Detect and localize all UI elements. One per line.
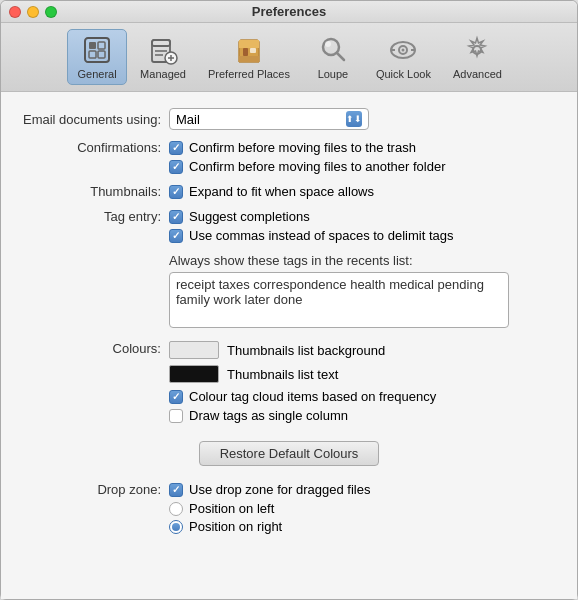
confirm1-item: Confirm before moving files to the trash <box>169 140 446 155</box>
tab-general-label: General <box>78 68 117 80</box>
minimize-button[interactable] <box>27 6 39 18</box>
email-select-value: Mail <box>176 112 346 127</box>
tab-managed[interactable]: Managed <box>131 29 195 85</box>
svg-rect-15 <box>250 48 256 53</box>
email-label: Email documents using: <box>21 112 161 127</box>
colour1-label: Thumbnails list background <box>227 343 385 358</box>
tab-advanced-label: Advanced <box>453 68 502 80</box>
colours-row: Colours: Thumbnails list background Thum… <box>21 341 557 423</box>
svg-point-18 <box>325 41 331 47</box>
content-area: Email documents using: Mail ⬆⬇ Confirmat… <box>1 92 577 599</box>
titlebar: Preferences <box>1 1 577 23</box>
general-icon <box>81 34 113 66</box>
email-select[interactable]: Mail ⬆⬇ <box>169 108 369 130</box>
colour-single-label: Draw tags as single column <box>189 408 348 423</box>
colour2-row: Thumbnails list text <box>169 365 436 383</box>
svg-rect-3 <box>98 42 105 49</box>
dropzone-right-radio[interactable] <box>169 520 183 534</box>
confirm1-label: Confirm before moving files to the trash <box>189 140 416 155</box>
svg-rect-0 <box>85 38 109 62</box>
svg-rect-13 <box>239 40 259 48</box>
traffic-lights <box>9 6 57 18</box>
colour1-row: Thumbnails list background <box>169 341 436 359</box>
dropzone-use-checkbox[interactable] <box>169 483 183 497</box>
tag-entry-label: Tag entry: <box>21 209 161 224</box>
colours-label: Colours: <box>21 341 161 356</box>
tag-entry-group: Suggest completions Use commas instead o… <box>169 209 453 243</box>
dropzone-use-label: Use drop zone for dragged files <box>189 482 370 497</box>
colours-group: Thumbnails list background Thumbnails li… <box>169 341 436 423</box>
tab-quick-look[interactable]: Quick Look <box>367 29 440 85</box>
confirm2-item: Confirm before moving files to another f… <box>169 159 446 174</box>
colour-cloud-checkbox[interactable] <box>169 390 183 404</box>
confirm2-checkbox[interactable] <box>169 160 183 174</box>
colour-cloud-label: Colour tag cloud items based on frequenc… <box>189 389 436 404</box>
tab-managed-label: Managed <box>140 68 186 80</box>
managed-icon <box>147 34 179 66</box>
loupe-icon <box>317 34 349 66</box>
dropzone-left-radio[interactable] <box>169 502 183 516</box>
confirm1-checkbox[interactable] <box>169 141 183 155</box>
dropzone-use-item: Use drop zone for dragged files <box>169 482 370 497</box>
tag-recents-header: Always show these tags in the recents li… <box>169 253 557 268</box>
tab-loupe-label: Loupe <box>318 68 349 80</box>
window-title: Preferences <box>1 4 577 19</box>
colour-single-checkbox[interactable] <box>169 409 183 423</box>
thumbnails-row: Thumbnails: Expand to fit when space all… <box>21 184 557 199</box>
thumbnails-item: Expand to fit when space allows <box>169 184 374 199</box>
tab-quick-look-label: Quick Look <box>376 68 431 80</box>
restore-container: Restore Default Colours <box>21 433 557 474</box>
tags-textarea[interactable]: receipt taxes correspondence health medi… <box>169 272 509 328</box>
confirm2-label: Confirm before moving files to another f… <box>189 159 446 174</box>
tab-advanced[interactable]: Advanced <box>444 29 511 85</box>
restore-btn[interactable]: Restore Default Colours <box>199 441 380 466</box>
dropzone-row: Drop zone: Use drop zone for dragged fil… <box>21 482 557 537</box>
colour-single-item: Draw tags as single column <box>169 408 436 423</box>
tag-entry-row: Tag entry: Suggest completions Use comma… <box>21 209 557 243</box>
colour-cloud-item: Colour tag cloud items based on frequenc… <box>169 389 436 404</box>
confirmations-label: Confirmations: <box>21 140 161 155</box>
tab-general[interactable]: General <box>67 29 127 85</box>
svg-point-21 <box>402 49 405 52</box>
toolbar: General Managed <box>1 23 577 92</box>
colour2-swatch[interactable] <box>169 365 219 383</box>
close-button[interactable] <box>9 6 21 18</box>
svg-rect-12 <box>239 56 259 62</box>
svg-rect-6 <box>152 40 170 46</box>
thumbnails-checkbox[interactable] <box>169 185 183 199</box>
preferences-window: Preferences General <box>0 0 578 600</box>
tag-commas-item: Use commas instead of spaces to delimit … <box>169 228 453 243</box>
zoom-button[interactable] <box>45 6 57 18</box>
dropzone-right-item: Position on right <box>169 519 370 534</box>
svg-point-24 <box>473 46 481 54</box>
dropzone-right-label: Position on right <box>189 519 282 534</box>
svg-line-17 <box>337 53 344 60</box>
dropzone-left-item: Position on left <box>169 501 370 516</box>
dropzone-label: Drop zone: <box>21 482 161 497</box>
email-row: Email documents using: Mail ⬆⬇ <box>21 108 557 130</box>
colour2-label: Thumbnails list text <box>227 367 338 382</box>
preferred-places-icon <box>233 34 265 66</box>
tab-loupe[interactable]: Loupe <box>303 29 363 85</box>
tab-preferred-places-label: Preferred Places <box>208 68 290 80</box>
dropzone-left-label: Position on left <box>189 501 274 516</box>
quick-look-icon <box>387 34 419 66</box>
thumbnails-label: Thumbnails: <box>21 184 161 199</box>
svg-rect-2 <box>89 51 96 58</box>
confirmations-group: Confirm before moving files to the trash… <box>169 140 446 174</box>
tag-suggest-checkbox[interactable] <box>169 210 183 224</box>
advanced-icon <box>461 34 493 66</box>
dropzone-group: Use drop zone for dragged files Position… <box>169 482 370 537</box>
thumbnails-option-label: Expand to fit when space allows <box>189 184 374 199</box>
svg-rect-14 <box>243 48 248 56</box>
tag-commas-label: Use commas instead of spaces to delimit … <box>189 228 453 243</box>
svg-rect-4 <box>98 51 105 58</box>
select-arrow-icon: ⬆⬇ <box>346 111 362 127</box>
confirmations-row: Confirmations: Confirm before moving fil… <box>21 140 557 174</box>
tag-commas-checkbox[interactable] <box>169 229 183 243</box>
svg-rect-1 <box>89 42 96 49</box>
tag-suggest-item: Suggest completions <box>169 209 453 224</box>
tag-suggest-label: Suggest completions <box>189 209 310 224</box>
tab-preferred-places[interactable]: Preferred Places <box>199 29 299 85</box>
colour1-swatch[interactable] <box>169 341 219 359</box>
